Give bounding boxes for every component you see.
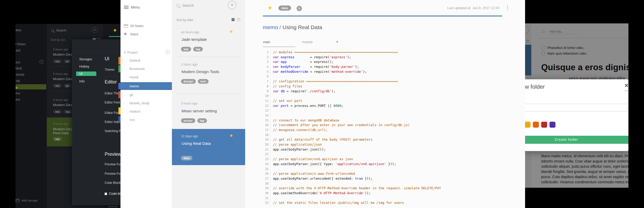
folder-selected-row[interactable] <box>120 82 172 90</box>
tag-pill: tag <box>193 47 203 51</box>
add-folder-icon[interactable]: + <box>39 60 44 64</box>
add-tag-button[interactable]: + <box>297 6 302 11</box>
esc-hint-label: esc <box>625 89 628 92</box>
settings-row[interactable]: Editor Font Size <box>105 101 120 104</box>
dark-sidebar-item[interactable]: ers <box>16 98 20 101</box>
sidebar-folder-git[interactable]: git <box>130 93 133 97</box>
modal-title: New folder <box>525 83 545 90</box>
last-updated-label: Last updated at Jan.9, 2017 12:00 <box>447 6 499 10</box>
dark-sidebar-item[interactable]: stnote <box>16 73 24 76</box>
settings-row[interactable]: Editor Theme <box>105 92 120 95</box>
sidebar-folder-Default[interactable]: Default <box>130 58 140 62</box>
search-input[interactable]: Search <box>176 3 194 8</box>
tag-pill: tag <box>64 110 72 114</box>
project-group-toggle[interactable]: ▾ Project <box>124 50 137 54</box>
code-line: 13 <box>263 108 441 113</box>
note-tags: wiptag <box>53 110 72 114</box>
star-icon[interactable]: ★ <box>229 29 233 34</box>
tab-module[interactable]: module <box>302 40 313 44</box>
line-number: 21 <box>263 147 270 152</box>
note-tags: servertag <box>181 118 207 123</box>
dark-folder-selected-row[interactable] <box>16 84 46 89</box>
settings-row[interactable]: Editor Indent Style <box>105 120 120 124</box>
code-block-checkbox[interactable]: Code block line number <box>105 192 120 196</box>
settings-row[interactable]: Switching Preview <box>105 129 120 133</box>
kebab-menu-icon[interactable] <box>507 6 508 10</box>
line-number: 5 <box>263 69 270 74</box>
settings-section-heading: UI <box>105 56 109 62</box>
sidebar-folder-memo[interactable]: memo <box>130 84 139 88</box>
hamburger-icon[interactable] <box>124 6 129 10</box>
dark-sidebar-item[interactable]: ect <box>16 61 20 64</box>
grid-view-icon[interactable] <box>232 18 234 21</box>
dark-search-input[interactable]: Search <box>51 29 66 32</box>
settings-nav-info[interactable]: Info <box>79 80 85 83</box>
add-storage-button[interactable]: Add storage <box>16 199 38 202</box>
dark-sidebar-item[interactable]: e <box>16 86 17 89</box>
search-icon <box>51 29 54 32</box>
line-number: 22 <box>263 152 270 157</box>
folder-color-option[interactable] <box>549 122 555 128</box>
dark-sort-label[interactable]: Sort by xxx <box>51 38 65 41</box>
list-view-icon[interactable] <box>237 18 240 21</box>
dark-sidebar-item[interactable]: fault <box>16 67 22 70</box>
code-text: var express = require('express'); <box>270 55 351 60</box>
preview-heading: Preview <box>105 152 120 157</box>
code-lang-label: javascript <box>109 205 117 208</box>
star-icon[interactable]: ★ <box>113 28 117 33</box>
tab-main[interactable]: main <box>263 40 270 44</box>
settings-nav-storages[interactable]: Storages <box>79 57 92 61</box>
dark-new-note-button[interactable]: + <box>92 27 98 33</box>
dark-sidebar-item[interactable]: sql <box>16 79 20 83</box>
code-text <box>270 113 273 118</box>
note-title: Mean server setting <box>182 109 217 113</box>
tag-pill: wip <box>53 110 62 114</box>
sidebar-item-all-notes[interactable]: All Notes <box>130 24 144 28</box>
project-label: Project <box>127 51 137 54</box>
star-icon[interactable]: ★ <box>229 133 233 138</box>
note-time: 3 hours ago <box>181 102 197 105</box>
sidebar-folder-nodeJs[interactable]: nodeJs <box>130 109 140 113</box>
line-number: 3 <box>263 60 270 64</box>
note-tags: wipgit <box>53 59 71 63</box>
dark-sidebar-item[interactable]: ard <box>16 49 20 52</box>
sidebar-folder-css[interactable]: css <box>130 118 135 122</box>
close-icon[interactable]: ✕ <box>624 82 628 89</box>
add-snippet-tab-button[interactable]: + <box>336 39 338 44</box>
new-note-button[interactable]: + <box>228 1 236 9</box>
star-toggle[interactable]: ★ <box>267 5 272 11</box>
folder-color-option[interactable] <box>533 122 539 128</box>
code-text: // config files <box>270 84 302 89</box>
settings-row[interactable]: Preview Font Size <box>105 162 120 166</box>
code-line: 15// connect to our mongoDB database <box>263 118 441 123</box>
dark-sidebar-item[interactable]: l Notes <box>16 42 26 46</box>
code-text: var db = require('./config/db'); <box>270 89 336 94</box>
menu-label[interactable]: Menu <box>131 5 140 9</box>
sidebar-folder-mysql[interactable]: mysql <box>130 75 138 79</box>
code-line: 9var db = require('./config/db'); <box>263 89 441 94</box>
code-line: 3var app = express(); <box>263 60 441 64</box>
settings-nav-hotkey[interactable]: Hotkey <box>79 65 89 68</box>
folder-color-option[interactable] <box>525 122 531 128</box>
settings-row[interactable]: Editor Font Family <box>105 111 120 115</box>
sort-dropdown[interactable]: Sort by date <box>176 18 193 22</box>
folder-color-option[interactable] <box>541 122 547 128</box>
note-list-panel: Search + Sort by date an hours ago★Jade … <box>172 0 245 208</box>
new-folder-modal: New folder ✕ esc Create folder <box>525 79 628 151</box>
sidebar-item-starred[interactable]: Stard <box>130 32 138 36</box>
sidebar-folder-laravel_study[interactable]: laravel_study <box>130 101 150 105</box>
sidebar-folder-Boostnote[interactable]: Boostnote <box>130 67 145 71</box>
folder-name-input[interactable] <box>525 104 627 112</box>
settings-row[interactable]: Preview Font Family <box>105 172 120 176</box>
note-divider <box>177 94 240 94</box>
code-area[interactable]: 1// modules ============================… <box>263 50 441 205</box>
breadcrumb-folder[interactable]: memo <box>263 24 278 30</box>
code-text: // modules =============================… <box>270 50 398 55</box>
dark-sidebar-item[interactable]: mo <box>16 92 20 95</box>
code-line: 31 <box>263 196 441 201</box>
code-line: 20// parse application/json <box>263 142 441 147</box>
settings-row[interactable]: Code Block Theme <box>105 181 120 185</box>
add-folder-button[interactable]: + <box>165 49 170 55</box>
settings-nav-ui[interactable]: UI <box>79 72 83 76</box>
color-swatch <box>118 107 120 114</box>
